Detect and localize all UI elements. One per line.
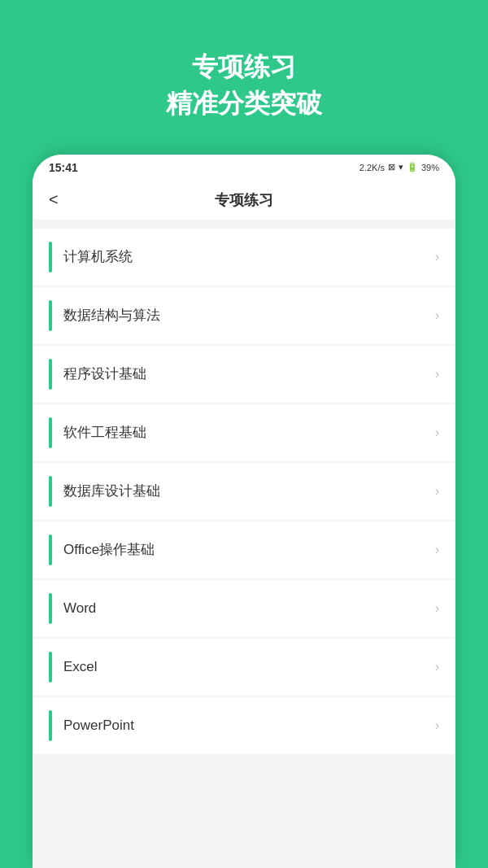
list-item[interactable]: 数据结构与算法› <box>33 287 455 344</box>
list-container: 计算机系统›数据结构与算法›程序设计基础›软件工程基础›数据库设计基础›Offi… <box>33 220 455 868</box>
list-item[interactable]: 软件工程基础› <box>33 404 455 461</box>
green-accent-bar <box>49 242 52 273</box>
chevron-right-icon: › <box>435 367 439 382</box>
status-right: 2.2K/s ⊠ ▾ 🔋 39% <box>359 162 439 172</box>
green-accent-bar <box>49 476 52 507</box>
item-label: 程序设计基础 <box>63 364 435 383</box>
green-accent-bar <box>49 593 52 624</box>
chevron-right-icon: › <box>435 660 439 674</box>
green-accent-bar <box>49 417 52 448</box>
item-label: PowerPoint <box>63 718 435 734</box>
nav-bar: < 专项练习 <box>33 181 455 220</box>
hero-header: 专项练习 精准分类突破 <box>166 49 322 122</box>
wifi-icon: ▾ <box>399 162 403 172</box>
green-accent-bar <box>49 534 52 565</box>
list-item[interactable]: 数据库设计基础› <box>33 463 455 520</box>
item-label: 计算机系统 <box>63 247 435 266</box>
item-label: 数据库设计基础 <box>63 482 435 500</box>
item-label: Word <box>63 600 435 617</box>
nav-title: 专项练习 <box>215 190 273 210</box>
battery-level: 39% <box>421 163 439 172</box>
chevron-right-icon: › <box>435 718 439 733</box>
chevron-right-icon: › <box>435 308 439 323</box>
back-button[interactable]: < <box>49 190 59 209</box>
list-item[interactable]: Excel› <box>33 639 455 696</box>
status-time: 15:41 <box>49 161 78 174</box>
green-accent-bar <box>49 652 52 683</box>
item-label: Excel <box>63 659 435 675</box>
list-item[interactable]: Word› <box>33 580 455 637</box>
green-accent-bar <box>49 300 52 331</box>
chevron-right-icon: › <box>435 250 439 264</box>
list-item[interactable]: Office操作基础› <box>33 521 455 578</box>
green-accent-bar <box>49 710 52 741</box>
list-item[interactable]: PowerPoint› <box>33 697 455 754</box>
chevron-right-icon: › <box>435 425 439 440</box>
item-label: Office操作基础 <box>63 540 435 559</box>
hero-line1: 专项练习 <box>192 52 296 81</box>
phone-frame: 15:41 2.2K/s ⊠ ▾ 🔋 39% < 专项练习 计算机系统›数据结构… <box>33 155 455 868</box>
chevron-right-icon: › <box>435 484 439 499</box>
signal-icon: ⊠ <box>388 162 395 172</box>
battery-icon: 🔋 <box>407 162 418 172</box>
hero-line2: 精准分类突破 <box>166 89 322 118</box>
list-item[interactable]: 计算机系统› <box>33 229 455 286</box>
network-speed: 2.2K/s <box>359 163 385 172</box>
status-bar: 15:41 2.2K/s ⊠ ▾ 🔋 39% <box>33 155 455 181</box>
item-label: 软件工程基础 <box>63 423 435 442</box>
chevron-right-icon: › <box>435 601 439 616</box>
green-accent-bar <box>49 359 52 390</box>
list-item[interactable]: 程序设计基础› <box>33 346 455 403</box>
chevron-right-icon: › <box>435 543 439 557</box>
item-label: 数据结构与算法 <box>63 306 435 325</box>
